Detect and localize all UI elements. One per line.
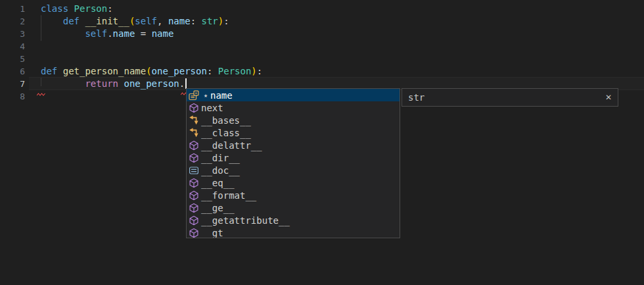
- method-icon: [189, 203, 199, 213]
- method-icon: [189, 190, 199, 201]
- method-icon: [189, 178, 199, 188]
- suggestion-label: __getattribute__: [201, 215, 290, 226]
- code-line[interactable]: 3 self.name = name: [0, 28, 644, 40]
- suggest-detail-pane: str ✕: [402, 88, 618, 107]
- suggestion-item[interactable]: __ge__: [187, 201, 400, 214]
- suggestion-label: __class__: [201, 128, 251, 138]
- reference-arrows-icon: [189, 128, 199, 138]
- reference-arrows-icon: [189, 115, 199, 126]
- suggestion-item[interactable]: __delattr__: [187, 139, 400, 151]
- indent-guide: [41, 78, 41, 86]
- code-line[interactable]: 6 def get_person_name(one_person: Person…: [0, 65, 644, 78]
- text-cursor: [185, 78, 187, 89]
- line-number[interactable]: 1: [0, 3, 25, 15]
- code-line-text: def get_person_name(one_person: Person):: [41, 65, 262, 78]
- line-number[interactable]: 3: [0, 28, 25, 40]
- field-icon: [189, 90, 199, 101]
- suggestion-item[interactable]: next: [187, 101, 400, 114]
- suggestion-label: __dir__: [201, 153, 240, 163]
- line-number[interactable]: 7: [0, 78, 25, 90]
- autocomplete-popup: ★name next __bases__ __class__ __delattr…: [186, 88, 400, 238]
- line-number[interactable]: 5: [0, 53, 25, 65]
- line-number[interactable]: 4: [0, 40, 25, 53]
- suggestion-item[interactable]: __eq__: [187, 176, 400, 189]
- code-line-text: class Person:: [41, 3, 113, 15]
- code-line[interactable]: 2 def __init__(self, name: str):: [0, 15, 644, 28]
- suggestion-item[interactable]: __doc__: [187, 164, 400, 176]
- code-line-text: self.name = name: [41, 28, 173, 40]
- line-number[interactable]: 8: [0, 90, 25, 103]
- method-icon: [189, 215, 199, 226]
- line-number[interactable]: 6: [0, 65, 25, 78]
- code-line-text: return one_person.: [41, 78, 185, 90]
- suggestion-item[interactable]: __bases__: [187, 114, 400, 126]
- suggestion-item[interactable]: ★name: [187, 89, 400, 101]
- method-icon: [189, 103, 199, 113]
- code-line[interactable]: 1 class Person:: [0, 3, 644, 15]
- indent-guide: [41, 15, 41, 41]
- code-editor: 1 class Person: 2 def __init__(self, nam…: [0, 0, 644, 285]
- suggestion-label: __gt__: [201, 228, 235, 238]
- preferred-star-icon: ★: [201, 89, 210, 101]
- suggestion-item[interactable]: __class__: [187, 126, 400, 139]
- suggestion-item[interactable]: __getattribute__: [187, 214, 400, 226]
- method-icon: [189, 140, 199, 151]
- suggestion-item[interactable]: __gt__: [187, 226, 400, 238]
- error-squiggle: [37, 86, 46, 90]
- constant-icon: [189, 165, 199, 176]
- code-line-text: def __init__(self, name: str):: [41, 15, 229, 28]
- line-number[interactable]: 2: [0, 15, 25, 28]
- suggestion-item[interactable]: __dir__: [187, 151, 400, 164]
- suggestion-label: name: [210, 90, 233, 101]
- suggestion-label: __ge__: [201, 203, 235, 213]
- code-line[interactable]: 4: [0, 40, 644, 53]
- close-icon[interactable]: ✕: [605, 93, 612, 101]
- method-icon: [189, 228, 199, 238]
- suggestion-label: __doc__: [201, 165, 240, 176]
- suggestion-label: __bases__: [201, 115, 251, 126]
- suggest-detail-text: str: [408, 92, 425, 103]
- suggestion-label: __format__: [201, 190, 256, 201]
- suggestion-label: next: [201, 103, 223, 113]
- suggestion-label: __delattr__: [201, 140, 262, 151]
- suggestion-label: __eq__: [201, 178, 235, 188]
- code-line[interactable]: 5: [0, 53, 644, 65]
- method-icon: [189, 153, 199, 163]
- suggestion-item[interactable]: __format__: [187, 189, 400, 201]
